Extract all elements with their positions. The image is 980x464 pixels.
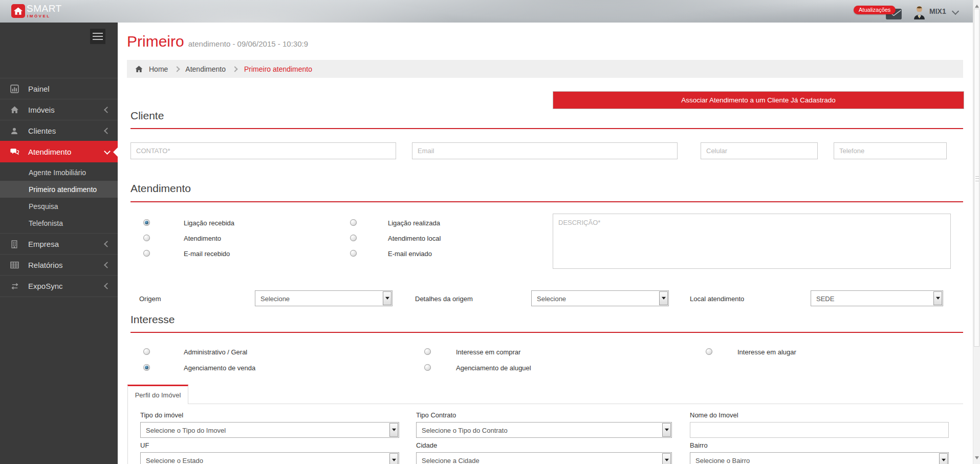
radio-atendimento[interactable]: [143, 235, 150, 241]
origem-select[interactable]: Selecione: [255, 290, 393, 306]
radio-atendimento-local[interactable]: [350, 235, 357, 241]
dropdown-arrow-icon: [383, 291, 391, 305]
tipo-contrato-label: Tipo Contrato: [416, 411, 456, 419]
descricao-textarea[interactable]: [553, 214, 951, 269]
sidebar-item-empresa[interactable]: Empresa: [0, 233, 118, 255]
brand-logo[interactable]: [11, 4, 25, 18]
cidade-label: Cidade: [416, 441, 437, 449]
nome-imovel-input[interactable]: [690, 422, 949, 438]
scrollbar-grip-icon: [975, 176, 979, 181]
bar-chart-icon: [10, 85, 19, 93]
building-icon: [10, 240, 19, 248]
radio-ligacao-realizada[interactable]: [350, 219, 357, 226]
radio-email-enviado[interactable]: [350, 250, 357, 257]
home-icon: [10, 106, 19, 114]
radio-interesse-comprar[interactable]: [424, 348, 431, 355]
bairro-select[interactable]: Selecione o Bairro: [690, 452, 949, 464]
updates-badge[interactable]: Atualizações: [854, 6, 896, 14]
bairro-label: Bairro: [690, 441, 708, 449]
contato-input[interactable]: [130, 142, 396, 159]
local-atendimento-select-value: SEDE: [816, 294, 834, 302]
radio-label: Agenciamento de aluguel: [456, 364, 531, 372]
tipo-imovel-select[interactable]: Selecione o Tipo do Imovel: [140, 422, 399, 438]
dropdown-arrow-icon: [662, 423, 671, 437]
radio-label: E-mail recebido: [184, 250, 230, 258]
hamburger-icon: [93, 33, 103, 34]
house-logo-icon: [13, 6, 23, 16]
scroll-down-arrow-icon[interactable]: [975, 456, 979, 461]
brand-subname: IMÓVEL: [27, 14, 51, 18]
sidebar-item-exposync[interactable]: ExpoSync: [0, 275, 118, 297]
section-divider: [130, 128, 963, 129]
breadcrumb-home[interactable]: Home: [149, 65, 168, 73]
breadcrumb-atendimento[interactable]: Atendimento: [185, 65, 226, 73]
breadcrumb-current: Primeiro atendimento: [244, 65, 312, 73]
dropdown-arrow-icon: [939, 453, 948, 464]
page-title-subtitle: atendimento - 09/06/2015 - 10:30:9: [188, 39, 308, 48]
tipo-contrato-select[interactable]: Selecione o Tipo do Contrato: [416, 422, 672, 438]
sidebar-item-atendimento[interactable]: Atendimento: [0, 141, 118, 162]
detalhes-origem-select[interactable]: Selecione: [531, 290, 669, 306]
uf-select[interactable]: Selecione o Estado: [140, 452, 399, 464]
radio-label: Interesse em alugar: [737, 348, 796, 356]
dropdown-arrow-icon: [933, 291, 942, 305]
top-header: SMART IMÓVEL Atualizações MIX1: [0, 0, 973, 23]
cidade-select[interactable]: Selecione a Cidade: [416, 452, 672, 464]
chevron-left-icon: [104, 107, 111, 113]
cidade-select-value: Selecione a Cidade: [422, 456, 480, 464]
sync-arrows-icon: [10, 283, 19, 290]
sidebar-item-label: ExpoSync: [28, 282, 63, 290]
telefone-input[interactable]: [834, 142, 947, 159]
tab-panel-border: [127, 404, 128, 464]
sidebar-subitem-pesquisa[interactable]: Pesquisa: [0, 198, 118, 215]
user-avatar[interactable]: [913, 6, 926, 22]
scrollbar-thumb[interactable]: [974, 9, 979, 347]
uf-label: UF: [140, 441, 149, 449]
sidebar-subitem-agente-imobiliario[interactable]: Agente Imobiliário: [0, 164, 118, 181]
radio-label: E-mail enviado: [388, 250, 432, 258]
detalhes-origem-select-value: Selecione: [537, 294, 566, 302]
radio-email-recebido[interactable]: [143, 250, 150, 257]
sidebar-subitem-label: Agente Imobiliário: [29, 168, 86, 177]
email-input[interactable]: [412, 142, 678, 159]
bairro-select-value: Selecione o Bairro: [695, 456, 750, 464]
celular-input[interactable]: [701, 142, 818, 159]
tab-perfil-do-imovel[interactable]: Perfil do Imóvel: [127, 385, 188, 404]
radio-agenciamento-venda[interactable]: [143, 364, 150, 371]
sidebar-item-imoveis[interactable]: Imóveis: [0, 99, 118, 120]
sidebar-toggle-button[interactable]: [90, 29, 105, 44]
radio-interesse-alugar[interactable]: [706, 348, 712, 355]
username-label[interactable]: MIX1: [929, 7, 946, 15]
sidebar-item-clientes[interactable]: Clientes: [0, 120, 118, 141]
sidebar-item-label: Relatórios: [28, 261, 63, 269]
user-menu-chevron-down-icon[interactable]: [952, 8, 959, 15]
radio-label: Ligação recebida: [184, 219, 234, 227]
vertical-scrollbar[interactable]: [973, 0, 980, 464]
sidebar-subitem-label: Pesquisa: [29, 202, 58, 210]
radio-label: Agenciamento de venda: [184, 364, 255, 372]
brand-name: SMART: [27, 3, 62, 14]
chat-bubbles-icon: [10, 148, 19, 156]
sidebar-subitem-primeiro-atendimento[interactable]: Primeiro atendimento: [0, 181, 118, 198]
sidebar-item-label: Empresa: [28, 240, 59, 248]
tipo-contrato-select-value: Selecione o Tipo do Contrato: [422, 426, 508, 434]
associate-client-button[interactable]: Associar Atendimento a um Cliente Já Cad…: [553, 91, 964, 109]
home-icon: [135, 66, 143, 73]
scroll-up-arrow-icon[interactable]: [975, 3, 979, 8]
radio-administrativo-geral[interactable]: [143, 348, 150, 355]
section-heading-cliente: Cliente: [130, 110, 164, 122]
chevron-down-icon: [104, 148, 111, 155]
local-atendimento-select[interactable]: SEDE: [811, 290, 943, 306]
chevron-left-icon: [104, 262, 111, 268]
tab-bar-divider: [127, 404, 963, 404]
dropdown-arrow-icon: [659, 291, 668, 305]
sidebar-subitem-telefonista[interactable]: Telefonista: [0, 215, 118, 231]
radio-agenciamento-aluguel[interactable]: [424, 364, 431, 371]
chevron-left-icon: [104, 241, 111, 247]
radio-ligacao-recebida[interactable]: [143, 219, 150, 226]
sidebar-item-painel[interactable]: Painel: [0, 78, 118, 99]
nome-imovel-label: Nome do Imovel: [690, 411, 738, 419]
sidebar-item-relatorios[interactable]: Relatórios: [0, 254, 118, 276]
sidebar-item-label: Painel: [28, 85, 50, 93]
sidebar-item-label: Atendimento: [28, 147, 71, 156]
